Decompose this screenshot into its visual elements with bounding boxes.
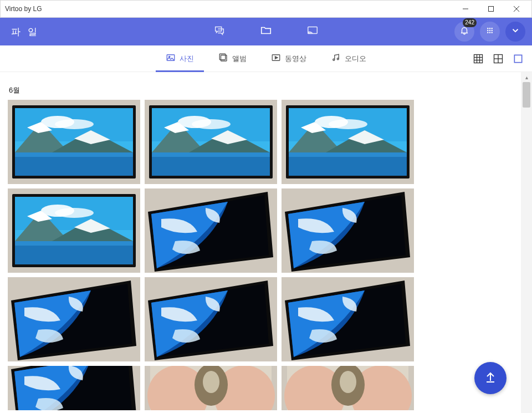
top-nav-tabs (207, 18, 325, 45)
titlebar: Virtoo by LG (0, 0, 532, 18)
main-banner: 파 일 (0, 18, 532, 45)
month-header: 6월 (9, 85, 524, 95)
svg-point-43 (333, 59, 335, 60)
photo-thumb[interactable] (145, 100, 277, 184)
svg-point-35 (489, 32, 490, 33)
video-icon (271, 53, 281, 64)
upload-fab[interactable] (474, 362, 507, 394)
audio-icon (331, 53, 341, 64)
view-controls (472, 45, 524, 72)
photo-thumb[interactable] (8, 100, 140, 184)
page-title: 파 일 (11, 26, 39, 38)
subtab-label: 앨범 (232, 54, 247, 64)
svg-point-30 (492, 28, 493, 29)
subtab-label: 사진 (180, 54, 194, 64)
svg-rect-45 (474, 54, 483, 63)
subtab-label: 동영상 (285, 54, 306, 64)
photo-thumb[interactable] (282, 100, 414, 184)
subtab-audio[interactable]: 오디오 (331, 45, 366, 72)
svg-point-29 (489, 28, 490, 29)
svg-point-31 (487, 30, 488, 31)
notifications-badge: 242 (463, 18, 477, 27)
album-icon (218, 53, 228, 64)
window-title: Virtoo by LG (5, 5, 42, 13)
close-button[interactable] (504, 1, 529, 17)
svg-point-28 (487, 28, 488, 29)
svg-rect-53 (514, 55, 521, 62)
dialpad-icon (485, 26, 495, 38)
chevron-down-icon (510, 26, 520, 38)
photo-thumb[interactable] (145, 366, 277, 410)
notifications-button[interactable]: 242 (454, 22, 474, 42)
svg-point-27 (308, 33, 309, 34)
subtab-album[interactable]: 앨범 (218, 45, 247, 72)
cast-icon (306, 24, 319, 39)
folder-icon (260, 24, 272, 39)
svg-point-33 (492, 30, 493, 31)
dialpad-button[interactable] (480, 22, 500, 42)
photo-thumb[interactable] (282, 277, 414, 361)
svg-point-36 (492, 32, 493, 33)
minimize-button[interactable] (453, 1, 478, 17)
view-grid-3x3[interactable] (472, 53, 484, 65)
photo-grid (8, 100, 524, 410)
svg-rect-26 (308, 27, 318, 34)
svg-rect-23 (489, 7, 494, 12)
view-grid-2x2[interactable] (492, 53, 504, 65)
photo-thumb[interactable] (145, 277, 277, 361)
expand-button[interactable] (505, 22, 525, 42)
view-grid-1[interactable] (512, 53, 524, 65)
content-area: 6월 (0, 72, 532, 413)
photo-thumb[interactable] (8, 188, 140, 273)
tab-messages[interactable] (207, 18, 232, 45)
subtab-video[interactable]: 동영상 (271, 45, 306, 72)
photo-thumb[interactable] (282, 366, 414, 410)
photo-thumb[interactable] (145, 188, 277, 273)
tab-files[interactable] (253, 18, 279, 45)
photo-icon (166, 53, 176, 64)
tab-mirror[interactable] (300, 18, 325, 45)
svg-point-44 (337, 58, 339, 60)
subtab-photo[interactable]: 사진 (166, 45, 194, 72)
banner-right-cluster: 242 (454, 22, 525, 42)
chat-icon (213, 24, 226, 39)
photo-thumb[interactable] (8, 366, 140, 410)
photo-thumb[interactable] (8, 277, 140, 361)
media-subtabs: 사진 앨범 동영상 오디오 (0, 45, 532, 72)
svg-point-32 (489, 30, 490, 31)
bell-icon (459, 26, 469, 38)
maximize-button[interactable] (478, 1, 504, 17)
svg-point-34 (487, 32, 488, 33)
upload-icon (484, 370, 497, 386)
subtab-label: 오디오 (345, 54, 366, 64)
svg-marker-42 (275, 57, 278, 59)
photo-thumb[interactable] (282, 188, 414, 273)
